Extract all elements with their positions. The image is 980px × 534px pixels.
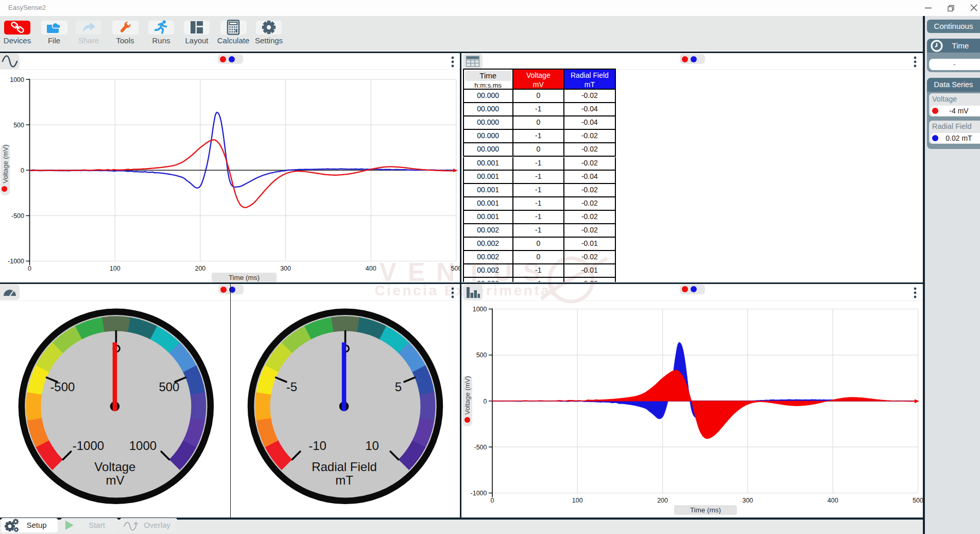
- svg-text:-1000: -1000: [73, 439, 104, 453]
- svg-text:1000: 1000: [129, 439, 157, 453]
- svg-text:400: 400: [366, 265, 376, 272]
- svg-text:100: 100: [572, 497, 583, 504]
- svg-text:-1000: -1000: [471, 490, 487, 497]
- svg-text:5: 5: [395, 380, 402, 394]
- svg-text:mV: mV: [106, 473, 124, 487]
- svg-text:0: 0: [484, 398, 487, 405]
- svg-text:Voltage: Voltage: [94, 460, 135, 474]
- svg-text:300: 300: [742, 497, 753, 504]
- svg-text:1000: 1000: [10, 76, 24, 84]
- svg-text:-1000: -1000: [8, 258, 24, 265]
- svg-text:100: 100: [110, 265, 121, 272]
- svg-text:500: 500: [913, 497, 923, 504]
- svg-text:Radial Field: Radial Field: [312, 460, 377, 474]
- svg-text:300: 300: [280, 265, 291, 272]
- svg-text:-500: -500: [11, 212, 24, 220]
- svg-text:-10: -10: [308, 439, 326, 453]
- svg-text:-500: -500: [50, 380, 75, 394]
- svg-text:0: 0: [21, 167, 24, 174]
- svg-text:0: 0: [28, 265, 31, 272]
- svg-text:mT: mT: [335, 473, 353, 487]
- svg-text:10: 10: [365, 439, 379, 453]
- svg-text:500: 500: [159, 380, 179, 394]
- svg-text:1000: 1000: [473, 306, 487, 313]
- svg-text:500: 500: [13, 122, 24, 129]
- svg-text:500: 500: [476, 352, 487, 359]
- svg-text:0: 0: [491, 497, 494, 504]
- svg-text:-5: -5: [286, 380, 297, 394]
- svg-text:-500: -500: [474, 444, 487, 451]
- svg-text:400: 400: [828, 497, 838, 504]
- svg-text:200: 200: [195, 265, 205, 272]
- svg-text:200: 200: [657, 497, 668, 504]
- svg-text:500: 500: [451, 265, 460, 272]
